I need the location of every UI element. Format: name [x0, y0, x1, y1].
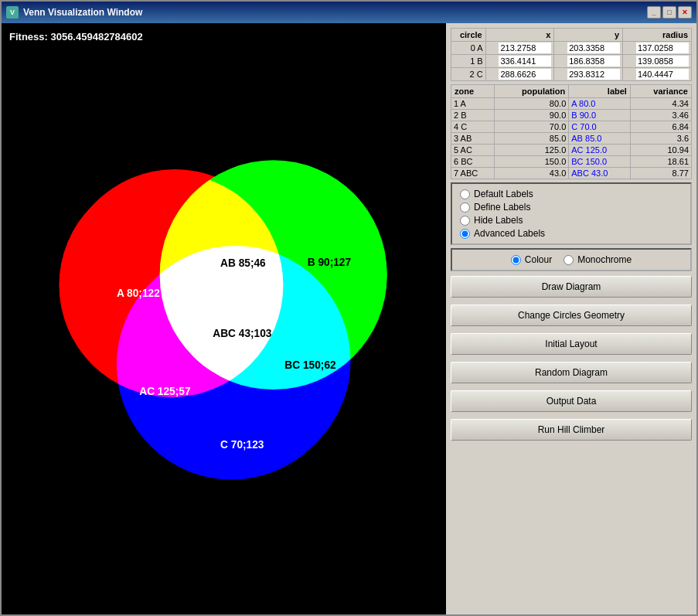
- radio-default-labels[interactable]: Default Labels: [460, 189, 683, 199]
- table-row: 1 A 80.0 A 80.0 4.34: [451, 98, 692, 110]
- label-mono: Monochrome: [577, 254, 632, 265]
- circle-r[interactable]: [623, 55, 692, 68]
- circles-table: circle x y radius 0 A 1 B: [451, 28, 692, 81]
- svg-point-5: [159, 162, 386, 390]
- circle-id: 2 C: [451, 68, 486, 81]
- circle-r[interactable]: [623, 42, 692, 55]
- table-row: 0 A: [451, 42, 692, 55]
- right-panel: circle x y radius 0 A 1 B: [446, 23, 696, 614]
- circle-x-input[interactable]: [499, 69, 551, 80]
- zones-table: zone population label variance 1 A 80.0 …: [451, 84, 692, 179]
- zone-label: AB 85.0: [569, 133, 631, 145]
- circle-y[interactable]: [554, 68, 623, 81]
- col-circle: circle: [451, 29, 486, 42]
- circle-y-input[interactable]: [567, 43, 620, 53]
- circle-x-input[interactable]: [499, 56, 551, 66]
- maximize-button[interactable]: □: [662, 6, 676, 19]
- table-row: 7 ABC 43.0 ABC 43.0 8.77: [451, 168, 692, 179]
- circle-y-input[interactable]: [567, 56, 620, 66]
- main-window: V Venn Visualization Window _ □ ✕ Fitnes…: [0, 0, 698, 616]
- radio-define[interactable]: [460, 202, 470, 213]
- zone-pop: 80.0: [495, 98, 569, 110]
- circle-y[interactable]: [554, 55, 623, 68]
- zone-var: 3.46: [630, 110, 691, 121]
- radio-advanced[interactable]: [460, 229, 470, 239]
- zone-label: B 90.0: [569, 110, 631, 121]
- initial-layout-button[interactable]: Initial Layout: [451, 333, 692, 355]
- col-variance: variance: [630, 85, 691, 98]
- circle-r[interactable]: [623, 68, 692, 81]
- table-row: 2 B 90.0 B 90.0 3.46: [451, 110, 692, 121]
- button-output-row: Output Data: [451, 390, 692, 414]
- label-bc: BC 150;62: [284, 359, 336, 370]
- minimize-button[interactable]: _: [647, 6, 661, 19]
- circle-y[interactable]: [554, 42, 623, 55]
- radio-hide[interactable]: [460, 216, 470, 226]
- zone-label: AC 125.0: [569, 145, 631, 156]
- circle-x[interactable]: [485, 42, 554, 55]
- title-buttons: _ □ ✕: [647, 6, 692, 19]
- change-circles-button[interactable]: Change Circles Geometry: [451, 305, 692, 326]
- zone-pop: 90.0: [495, 110, 569, 121]
- col-x: x: [485, 29, 554, 42]
- label-advanced: Advanced Labels: [474, 228, 545, 239]
- table-row: 5 AC 125.0 AC 125.0 10.94: [451, 145, 692, 156]
- zone-var: 4.34: [630, 98, 691, 110]
- button-draw-row: Draw Diagram: [451, 276, 692, 300]
- circle-r-input[interactable]: [636, 56, 689, 66]
- button-initial-row: Initial Layout: [451, 333, 692, 357]
- labels-options-box: Default Labels Define Labels Hide Labels…: [451, 182, 692, 245]
- radio-mono-input[interactable]: [564, 255, 574, 265]
- zone-id: 3 AB: [451, 133, 495, 145]
- zone-label: ABC 43.0: [569, 168, 631, 179]
- zone-id: 2 B: [451, 110, 495, 121]
- zone-pop: 150.0: [495, 156, 569, 168]
- zone-id: 1 A: [451, 98, 495, 110]
- venn-panel: Fitness: 3056.459482784602 SOFTPEDIA: [2, 23, 446, 614]
- label-colour: Colour: [525, 254, 552, 265]
- circle-x-input[interactable]: [499, 43, 551, 53]
- zone-pop: 125.0: [495, 145, 569, 156]
- output-data-button[interactable]: Output Data: [451, 390, 692, 412]
- circle-r-input[interactable]: [636, 69, 689, 80]
- title-bar: V Venn Visualization Window _ □ ✕: [2, 2, 696, 23]
- color-options-box: Colour Monochrome: [451, 248, 692, 271]
- col-y: y: [554, 29, 623, 42]
- radio-define-labels[interactable]: Define Labels: [460, 202, 683, 213]
- circle-x[interactable]: [485, 68, 554, 81]
- circle-x[interactable]: [485, 55, 554, 68]
- table-row: 2 C: [451, 68, 692, 81]
- venn-container: A 80;122 B 90;127 AB 85;46 ABC 43;103 BC…: [23, 134, 425, 505]
- circle-y-input[interactable]: [567, 69, 620, 80]
- label-ab: AB 85;46: [220, 257, 266, 269]
- radio-colour[interactable]: Colour: [511, 254, 552, 265]
- zone-var: 8.77: [630, 168, 691, 179]
- circle-r-input[interactable]: [636, 43, 689, 53]
- radio-advanced-labels[interactable]: Advanced Labels: [460, 228, 683, 239]
- table-row: 3 AB 85.0 AB 85.0 3.6: [451, 133, 692, 145]
- button-hill-row: Run Hill Climber: [451, 419, 692, 443]
- label-hide: Hide Labels: [474, 215, 523, 226]
- zone-label: A 80.0: [569, 98, 631, 110]
- zone-id: 5 AC: [451, 145, 495, 156]
- table-row: 6 BC 150.0 BC 150.0 18.61: [451, 156, 692, 168]
- radio-mono[interactable]: Monochrome: [564, 254, 632, 265]
- draw-diagram-button[interactable]: Draw Diagram: [451, 276, 692, 298]
- app-icon: V: [6, 6, 19, 19]
- run-hill-climber-button[interactable]: Run Hill Climber: [451, 419, 692, 441]
- zone-id: 4 C: [451, 121, 495, 133]
- radio-colour-input[interactable]: [511, 255, 521, 265]
- random-diagram-button[interactable]: Random Diagram: [451, 362, 692, 383]
- close-button[interactable]: ✕: [678, 6, 692, 19]
- radio-default[interactable]: [460, 189, 470, 199]
- label-default: Default Labels: [474, 189, 533, 199]
- label-a: A 80;122: [116, 287, 159, 298]
- radio-hide-labels[interactable]: Hide Labels: [460, 215, 683, 226]
- zone-label: BC 150.0: [569, 156, 631, 168]
- venn-svg: A 80;122 B 90;127 AB 85;46 ABC 43;103 BC…: [23, 134, 425, 505]
- table-row: 4 C 70.0 C 70.0 6.84: [451, 121, 692, 133]
- zone-id: 7 ABC: [451, 168, 495, 179]
- main-content: Fitness: 3056.459482784602 SOFTPEDIA: [2, 23, 696, 614]
- zone-var: 3.6: [630, 133, 691, 145]
- zone-pop: 43.0: [495, 168, 569, 179]
